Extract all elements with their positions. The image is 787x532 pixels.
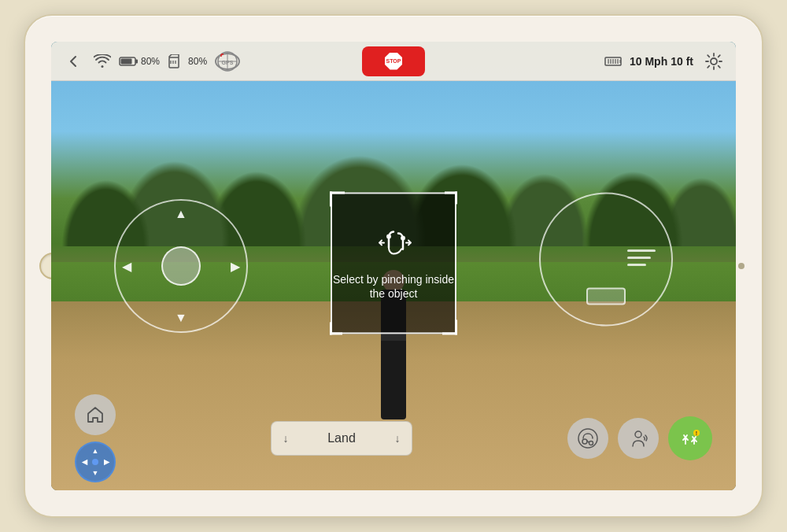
dpad-down-arrow: ▼ [92, 469, 99, 477]
land-button-group[interactable]: ↓ Land ↓ [271, 421, 412, 456]
joystick-right-arrow: ▶ [231, 259, 240, 274]
dpad-button[interactable]: ▲ ◀ ▶ ▼ [75, 441, 116, 482]
right-joystick[interactable] [539, 193, 673, 327]
svg-point-22 [635, 431, 641, 438]
land-label: Land [300, 431, 383, 445]
speed-icon [604, 56, 622, 67]
home-control-button[interactable] [75, 394, 116, 435]
bottom-right-controls: ! [567, 416, 712, 460]
follow-button[interactable] [618, 418, 659, 459]
stop-text: STOP [386, 58, 401, 64]
stop-octagon-icon: STOP [385, 53, 402, 70]
svg-point-20 [582, 439, 587, 444]
dpad-left-arrow: ◀ [82, 458, 87, 466]
svg-point-18 [401, 235, 405, 240]
selection-overlay[interactable]: Select by pinching inside the object [331, 192, 456, 334]
back-button[interactable] [61, 49, 86, 74]
selection-box: Select by pinching inside the object [331, 192, 456, 334]
gps-icon: GPS [215, 53, 240, 70]
left-joystick[interactable]: ▲ ▼ ◀ ▶ [114, 199, 248, 333]
hazard-button[interactable]: ! [668, 416, 712, 460]
dpad-inner: ▲ ◀ ▶ ▼ [79, 445, 112, 478]
joystick-down-arrow: ▼ [175, 311, 187, 325]
screen: 80% 80% [51, 42, 736, 490]
throttle-indicator [586, 288, 626, 305]
top-bar-right: 10 Mph 10 ft [431, 49, 726, 74]
left-joystick-circle: ▲ ▼ ◀ ▶ [114, 199, 248, 333]
right-joystick-circle [539, 193, 673, 327]
svg-rect-1 [135, 59, 138, 63]
svg-text:!: ! [696, 430, 697, 436]
land-right-arrow[interactable]: ↓ [383, 422, 412, 455]
svg-point-21 [589, 441, 593, 445]
device-frame: 80% 80% [24, 14, 763, 518]
corner-bl [330, 322, 342, 334]
svg-point-16 [711, 58, 717, 65]
top-bar-left: 80% 80% [61, 49, 356, 74]
stop-button[interactable]: STOP [362, 46, 425, 76]
dpad-up-arrow: ▲ [92, 447, 99, 455]
bottom-left-controls: ▲ ◀ ▶ ▼ [75, 394, 116, 482]
svg-text:GPS: GPS [222, 60, 234, 65]
battery2-percent: 80% [188, 56, 207, 67]
sd-card-icon [168, 54, 180, 68]
settings-button[interactable] [701, 49, 726, 74]
top-bar: 80% 80% [51, 42, 736, 81]
top-bar-center: STOP [362, 46, 425, 76]
battery1-group: 80% [119, 56, 160, 67]
dpad-right-arrow: ▶ [104, 458, 109, 466]
corner-tr [445, 191, 457, 204]
distance-value: 10 ft [671, 55, 693, 68]
joystick-up-arrow: ▲ [175, 207, 187, 221]
speed-value: 10 Mph [630, 55, 667, 68]
land-left-arrow[interactable]: ↓ [272, 422, 300, 455]
bottom-controls: ▲ ◀ ▶ ▼ ↓ Land [51, 394, 736, 482]
speed-display: 10 Mph 10 ft [630, 55, 693, 68]
svg-point-19 [578, 429, 597, 448]
selection-instruction-text: Select by pinching inside the object [332, 272, 455, 301]
joystick-center-knob [161, 246, 201, 286]
svg-point-17 [386, 234, 391, 238]
svg-rect-2 [121, 58, 132, 64]
device-camera [738, 263, 745, 269]
battery1-percent: 80% [141, 56, 160, 67]
wifi-icon [94, 54, 111, 68]
track-button[interactable] [567, 418, 608, 459]
joystick-left-arrow: ◀ [122, 259, 131, 274]
pinch-gesture-icon [373, 225, 414, 266]
